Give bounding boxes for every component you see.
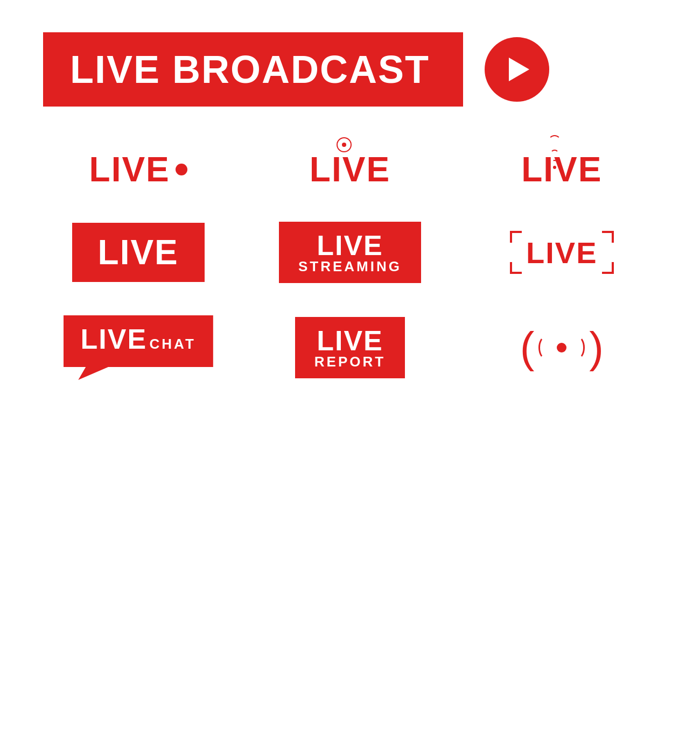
live-chat-bottom-text: CHAT: [150, 336, 196, 352]
live-streaming-bottom-text: STREAMING: [298, 259, 402, 273]
bracket-corner-bottom-right: [602, 262, 614, 274]
bracket-right: [602, 231, 614, 274]
live-wifi-badge: LIVE: [521, 152, 602, 187]
bracket-corner-bottom-left: [510, 262, 522, 274]
live-dot-icon: [176, 164, 187, 175]
live-target-text: LIVE: [310, 152, 390, 187]
live-bracket-cell: LIVE: [467, 231, 657, 274]
paren-right: ): [589, 326, 604, 369]
live-report-top-text: LIVE: [317, 327, 383, 355]
bracket-corner-top-left: [510, 231, 522, 243]
live-box-text: LIVE: [98, 233, 179, 272]
live-broadcast-banner: LIVE BROADCAST: [43, 32, 463, 107]
live-dot-badge: LIVE: [89, 150, 187, 189]
live-streaming-cell: LIVE STREAMING: [255, 222, 445, 283]
live-report-bottom-text: REPORT: [314, 355, 386, 369]
live-chat-cell: LIVE CHAT: [43, 315, 233, 380]
banner-row: LIVE BROADCAST: [43, 32, 657, 107]
live-streaming-badge: LIVE STREAMING: [279, 222, 421, 283]
live-wifi-text: LIVE: [521, 152, 602, 187]
bracket-left: [510, 231, 522, 274]
icons-grid: LIVE LIVE: [43, 150, 657, 380]
paren-left: (: [520, 326, 535, 369]
wifi-arc-small: [552, 160, 557, 164]
play-button[interactable]: [485, 37, 549, 102]
live-bracket-text: LIVE: [526, 235, 597, 270]
wifi-dot: [553, 166, 556, 169]
radio-signal-badge: ( ): [520, 326, 604, 369]
target-inner-dot: [342, 143, 346, 147]
wifi-icon: [548, 135, 561, 169]
play-icon: [509, 58, 529, 81]
target-icon: [337, 137, 352, 152]
live-dot-cell: LIVE: [43, 150, 233, 189]
signal-arc-left-inner: [538, 336, 554, 359]
live-bracket-badge: LIVE: [510, 231, 613, 274]
live-broadcast-text: LIVE BROADCAST: [70, 48, 430, 91]
paren-inner: [538, 336, 585, 359]
radio-signal-cell: ( ): [467, 326, 657, 369]
live-streaming-top-text: LIVE: [317, 231, 383, 259]
wifi-arc-large: [548, 135, 561, 148]
live-target-badge: LIVE: [310, 152, 390, 187]
wifi-arc-medium: [550, 150, 559, 158]
live-box-cell: LIVE: [43, 223, 233, 282]
live-report-cell: LIVE REPORT: [255, 317, 445, 378]
bracket-corner-top-right: [602, 231, 614, 243]
signal-arc-right-inner: [570, 336, 585, 359]
live-target-cell: LIVE: [255, 152, 445, 187]
live-filled-badge: LIVE: [72, 223, 205, 282]
live-report-badge: LIVE REPORT: [295, 317, 405, 378]
signal-center-dot: [557, 343, 566, 352]
live-chat-badge: LIVE CHAT: [64, 315, 213, 380]
main-canvas: LIVE BROADCAST LIVE LIVE: [0, 0, 700, 748]
live-wifi-cell: LIVE: [467, 152, 657, 187]
live-chat-top-text: LIVE: [81, 323, 148, 355]
target-outer-ring: [337, 137, 352, 152]
live-dot-text: LIVE: [89, 150, 170, 189]
